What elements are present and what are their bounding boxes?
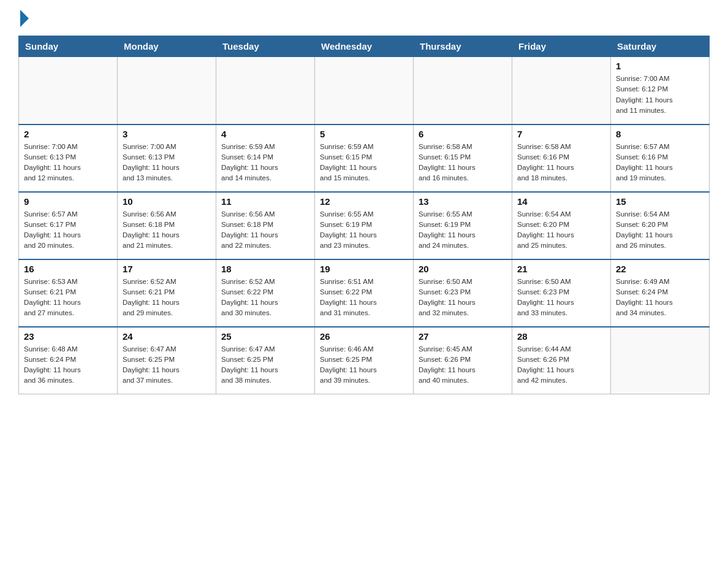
day-info: Sunrise: 6:50 AM Sunset: 6:23 PM Dayligh… — [517, 277, 605, 319]
day-number: 7 — [517, 129, 605, 139]
day-number: 3 — [123, 129, 211, 139]
day-info: Sunrise: 6:58 AM Sunset: 6:16 PM Dayligh… — [517, 142, 605, 184]
day-info: Sunrise: 6:49 AM Sunset: 6:24 PM Dayligh… — [616, 277, 704, 319]
calendar-day-cell: 13Sunrise: 6:55 AM Sunset: 6:19 PM Dayli… — [414, 192, 512, 259]
day-info: Sunrise: 6:44 AM Sunset: 6:26 PM Dayligh… — [517, 344, 605, 386]
calendar-day-cell — [315, 57, 414, 124]
day-number: 1 — [616, 61, 704, 71]
calendar-day-cell: 27Sunrise: 6:45 AM Sunset: 6:26 PM Dayli… — [414, 327, 512, 394]
calendar-week-row: 2Sunrise: 7:00 AM Sunset: 6:13 PM Daylig… — [19, 124, 710, 192]
calendar-day-cell: 15Sunrise: 6:54 AM Sunset: 6:20 PM Dayli… — [611, 192, 710, 259]
day-info: Sunrise: 6:56 AM Sunset: 6:18 PM Dayligh… — [123, 209, 211, 251]
calendar-week-row: 1Sunrise: 7:00 AM Sunset: 6:12 PM Daylig… — [19, 57, 710, 124]
day-number: 2 — [24, 129, 112, 139]
day-number: 21 — [517, 264, 605, 274]
day-info: Sunrise: 6:55 AM Sunset: 6:19 PM Dayligh… — [320, 209, 408, 251]
calendar-day-cell: 20Sunrise: 6:50 AM Sunset: 6:23 PM Dayli… — [414, 259, 512, 327]
calendar-day-cell — [216, 57, 315, 124]
calendar-day-cell: 26Sunrise: 6:46 AM Sunset: 6:25 PM Dayli… — [315, 327, 414, 394]
day-number: 14 — [517, 196, 605, 207]
day-number: 10 — [123, 196, 211, 207]
day-info: Sunrise: 6:59 AM Sunset: 6:14 PM Dayligh… — [221, 142, 309, 184]
calendar-day-cell: 25Sunrise: 6:47 AM Sunset: 6:25 PM Dayli… — [216, 327, 315, 394]
day-info: Sunrise: 6:56 AM Sunset: 6:18 PM Dayligh… — [221, 209, 309, 251]
day-number: 18 — [221, 264, 309, 274]
calendar-day-cell: 24Sunrise: 6:47 AM Sunset: 6:25 PM Dayli… — [118, 327, 216, 394]
day-info: Sunrise: 7:00 AM Sunset: 6:12 PM Dayligh… — [616, 74, 704, 116]
calendar-day-cell: 12Sunrise: 6:55 AM Sunset: 6:19 PM Dayli… — [315, 192, 414, 259]
calendar-week-row: 16Sunrise: 6:53 AM Sunset: 6:21 PM Dayli… — [19, 259, 710, 327]
logo — [18, 12, 29, 25]
calendar-day-cell — [414, 57, 512, 124]
day-of-week-header: Saturday — [611, 36, 710, 57]
calendar-day-cell: 3Sunrise: 7:00 AM Sunset: 6:13 PM Daylig… — [118, 124, 216, 192]
day-info: Sunrise: 6:48 AM Sunset: 6:24 PM Dayligh… — [24, 344, 112, 386]
day-number: 6 — [419, 129, 507, 139]
day-number: 4 — [221, 129, 309, 139]
calendar-table: SundayMondayTuesdayWednesdayThursdayFrid… — [18, 36, 710, 394]
day-number: 27 — [419, 331, 507, 342]
day-info: Sunrise: 6:57 AM Sunset: 6:17 PM Dayligh… — [24, 209, 112, 251]
day-number: 16 — [24, 264, 112, 274]
day-of-week-header: Wednesday — [315, 36, 414, 57]
day-number: 9 — [24, 196, 112, 207]
calendar-day-cell: 8Sunrise: 6:57 AM Sunset: 6:16 PM Daylig… — [611, 124, 710, 192]
day-info: Sunrise: 6:47 AM Sunset: 6:25 PM Dayligh… — [123, 344, 211, 386]
day-number: 15 — [616, 196, 704, 207]
day-info: Sunrise: 6:45 AM Sunset: 6:26 PM Dayligh… — [419, 344, 507, 386]
day-number: 8 — [616, 129, 704, 139]
day-number: 25 — [221, 331, 309, 342]
day-info: Sunrise: 6:52 AM Sunset: 6:22 PM Dayligh… — [221, 277, 309, 319]
day-info: Sunrise: 6:50 AM Sunset: 6:23 PM Dayligh… — [419, 277, 507, 319]
logo-arrow-icon — [20, 10, 29, 27]
day-number: 12 — [320, 196, 408, 207]
calendar-day-cell: 18Sunrise: 6:52 AM Sunset: 6:22 PM Dayli… — [216, 259, 315, 327]
page-header — [18, 12, 710, 25]
calendar-day-cell — [19, 57, 118, 124]
calendar-day-cell — [512, 57, 611, 124]
day-info: Sunrise: 6:51 AM Sunset: 6:22 PM Dayligh… — [320, 277, 408, 319]
calendar-day-cell: 21Sunrise: 6:50 AM Sunset: 6:23 PM Dayli… — [512, 259, 611, 327]
calendar-day-cell: 17Sunrise: 6:52 AM Sunset: 6:21 PM Dayli… — [118, 259, 216, 327]
calendar-day-cell: 22Sunrise: 6:49 AM Sunset: 6:24 PM Dayli… — [611, 259, 710, 327]
calendar-day-cell: 4Sunrise: 6:59 AM Sunset: 6:14 PM Daylig… — [216, 124, 315, 192]
calendar-week-row: 23Sunrise: 6:48 AM Sunset: 6:24 PM Dayli… — [19, 327, 710, 394]
calendar-day-cell: 6Sunrise: 6:58 AM Sunset: 6:15 PM Daylig… — [414, 124, 512, 192]
day-info: Sunrise: 6:53 AM Sunset: 6:21 PM Dayligh… — [24, 277, 112, 319]
day-info: Sunrise: 6:54 AM Sunset: 6:20 PM Dayligh… — [616, 209, 704, 251]
calendar-day-cell: 14Sunrise: 6:54 AM Sunset: 6:20 PM Dayli… — [512, 192, 611, 259]
calendar-day-cell: 10Sunrise: 6:56 AM Sunset: 6:18 PM Dayli… — [118, 192, 216, 259]
calendar-day-cell: 1Sunrise: 7:00 AM Sunset: 6:12 PM Daylig… — [611, 57, 710, 124]
calendar-header-row: SundayMondayTuesdayWednesdayThursdayFrid… — [19, 36, 710, 57]
day-of-week-header: Friday — [512, 36, 611, 57]
day-number: 19 — [320, 264, 408, 274]
day-info: Sunrise: 6:59 AM Sunset: 6:15 PM Dayligh… — [320, 142, 408, 184]
day-number: 28 — [517, 331, 605, 342]
calendar-day-cell — [611, 327, 710, 394]
calendar-day-cell: 7Sunrise: 6:58 AM Sunset: 6:16 PM Daylig… — [512, 124, 611, 192]
day-number: 24 — [123, 331, 211, 342]
day-info: Sunrise: 6:55 AM Sunset: 6:19 PM Dayligh… — [419, 209, 507, 251]
day-number: 26 — [320, 331, 408, 342]
day-number: 23 — [24, 331, 112, 342]
day-of-week-header: Thursday — [414, 36, 512, 57]
calendar-week-row: 9Sunrise: 6:57 AM Sunset: 6:17 PM Daylig… — [19, 192, 710, 259]
calendar-day-cell: 2Sunrise: 7:00 AM Sunset: 6:13 PM Daylig… — [19, 124, 118, 192]
calendar-day-cell: 9Sunrise: 6:57 AM Sunset: 6:17 PM Daylig… — [19, 192, 118, 259]
day-number: 22 — [616, 264, 704, 274]
calendar-day-cell — [118, 57, 216, 124]
day-of-week-header: Sunday — [19, 36, 118, 57]
day-number: 20 — [419, 264, 507, 274]
calendar-day-cell: 19Sunrise: 6:51 AM Sunset: 6:22 PM Dayli… — [315, 259, 414, 327]
day-of-week-header: Tuesday — [216, 36, 315, 57]
day-of-week-header: Monday — [118, 36, 216, 57]
day-info: Sunrise: 6:54 AM Sunset: 6:20 PM Dayligh… — [517, 209, 605, 251]
day-info: Sunrise: 7:00 AM Sunset: 6:13 PM Dayligh… — [24, 142, 112, 184]
calendar-day-cell: 28Sunrise: 6:44 AM Sunset: 6:26 PM Dayli… — [512, 327, 611, 394]
day-number: 11 — [221, 196, 309, 207]
day-number: 17 — [123, 264, 211, 274]
calendar-day-cell: 23Sunrise: 6:48 AM Sunset: 6:24 PM Dayli… — [19, 327, 118, 394]
calendar-day-cell: 11Sunrise: 6:56 AM Sunset: 6:18 PM Dayli… — [216, 192, 315, 259]
calendar-day-cell: 5Sunrise: 6:59 AM Sunset: 6:15 PM Daylig… — [315, 124, 414, 192]
day-info: Sunrise: 7:00 AM Sunset: 6:13 PM Dayligh… — [123, 142, 211, 184]
